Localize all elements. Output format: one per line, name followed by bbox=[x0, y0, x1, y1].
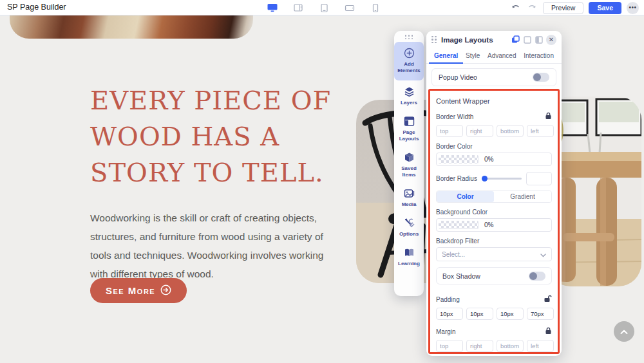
border-width-top-input[interactable] bbox=[436, 125, 463, 137]
dock-right-icon[interactable] bbox=[535, 35, 543, 44]
tablet-icon[interactable] bbox=[318, 2, 330, 14]
plus-circle-icon bbox=[404, 48, 415, 59]
margin-label: Margin bbox=[436, 328, 456, 335]
sidebar-drag-handle-icon[interactable] bbox=[405, 35, 413, 39]
toolbar-actions: Preview Save ••• bbox=[509, 0, 639, 15]
fill-tab-gradient[interactable]: Gradient bbox=[494, 191, 551, 202]
padding-left-input[interactable] bbox=[527, 308, 554, 320]
margin-inputs bbox=[436, 340, 552, 352]
border-width-right-input[interactable] bbox=[466, 125, 493, 137]
sp-page-builder-app: SP Page Builder bbox=[0, 0, 644, 363]
padding-right-input[interactable] bbox=[466, 308, 493, 320]
slider-knob[interactable] bbox=[482, 176, 488, 182]
chevron-down-icon bbox=[540, 248, 546, 260]
panel-title: Image Layouts bbox=[441, 36, 511, 44]
top-toolbar: SP Page Builder bbox=[0, 0, 644, 15]
sidebar-item-add-elements[interactable]: Add Elements bbox=[394, 42, 424, 80]
arrow-right-circle-icon bbox=[160, 284, 171, 297]
cube-icon bbox=[404, 152, 415, 163]
background-color-opacity[interactable]: 0% bbox=[478, 219, 551, 231]
border-width-left-input[interactable] bbox=[527, 125, 554, 137]
sidebar-item-label: Page Layouts bbox=[395, 129, 422, 142]
see-more-button[interactable]: See More bbox=[90, 278, 187, 303]
duplicate-icon[interactable] bbox=[511, 35, 520, 44]
close-icon[interactable]: ✕ bbox=[546, 35, 556, 45]
border-width-label: Border Width bbox=[436, 113, 473, 120]
laptop-icon[interactable] bbox=[292, 2, 304, 14]
border-width-bottom-input[interactable] bbox=[497, 125, 524, 137]
chevron-up-icon bbox=[620, 326, 628, 337]
content-wrapper-highlight: Content Wrapper Border Width Border Colo… bbox=[428, 89, 560, 354]
sidebar-item-layers[interactable]: Layers bbox=[394, 82, 424, 111]
margin-top-input[interactable] bbox=[436, 340, 463, 352]
margin-bottom-input[interactable] bbox=[497, 340, 524, 352]
layers-icon bbox=[404, 86, 415, 97]
backdrop-filter-placeholder: Select... bbox=[442, 251, 465, 258]
tab-advanced[interactable]: Advanced bbox=[488, 48, 516, 63]
border-radius-slider[interactable] bbox=[482, 178, 522, 180]
tab-general[interactable]: General bbox=[434, 48, 458, 63]
undo-icon[interactable] bbox=[509, 3, 521, 13]
tab-style[interactable]: Style bbox=[466, 48, 480, 63]
padding-top-input[interactable] bbox=[436, 308, 463, 320]
popup-video-label: Popup Video bbox=[439, 73, 477, 81]
popup-video-row: Popup Video bbox=[431, 68, 556, 86]
sidebar-item-label: Layers bbox=[401, 100, 417, 106]
dock-left-icon[interactable] bbox=[523, 35, 531, 44]
border-radius-input[interactable] bbox=[526, 172, 552, 185]
background-color-label: Background Color bbox=[436, 209, 488, 216]
popup-video-toggle[interactable] bbox=[533, 73, 549, 82]
scroll-to-top-button[interactable] bbox=[614, 321, 634, 342]
tools-icon bbox=[404, 218, 415, 228]
panel-drag-handle-icon[interactable] bbox=[431, 36, 437, 44]
padding-bottom-input[interactable] bbox=[497, 308, 524, 320]
sidebar-item-media[interactable]: Media bbox=[394, 183, 424, 213]
backdrop-filter-label: Backdrop Filter bbox=[436, 237, 479, 245]
border-color-swatch[interactable] bbox=[439, 155, 478, 163]
border-color-label: Border Color bbox=[436, 143, 473, 150]
box-shadow-row: Box Shadow bbox=[436, 267, 552, 284]
box-shadow-label: Box Shadow bbox=[442, 272, 480, 280]
sidebar-item-page-layouts[interactable]: Page Layouts bbox=[394, 111, 424, 147]
page-layouts-icon bbox=[404, 116, 415, 127]
tab-interaction[interactable]: Interaction bbox=[524, 48, 554, 63]
sidebar-item-label: Media bbox=[402, 201, 417, 208]
headline-line-2: WOOD HAS A bbox=[90, 118, 341, 154]
preview-button[interactable]: Preview bbox=[543, 2, 583, 14]
see-more-label: See More bbox=[106, 285, 155, 296]
book-icon bbox=[404, 247, 415, 258]
fill-tab-color[interactable]: Color bbox=[437, 191, 494, 202]
lock-icon[interactable] bbox=[545, 111, 552, 122]
unlock-icon[interactable] bbox=[544, 293, 552, 305]
panel-header: Image Layouts ✕ bbox=[426, 31, 562, 48]
image-layouts-panel: Image Layouts ✕ General Style Advanced I… bbox=[426, 31, 562, 356]
sidebar-item-learning[interactable]: Learning bbox=[394, 243, 424, 272]
redo-icon[interactable] bbox=[526, 3, 538, 13]
desktop-icon[interactable] bbox=[267, 2, 278, 14]
border-color-control[interactable]: 0% bbox=[436, 153, 552, 166]
margin-right-input[interactable] bbox=[466, 340, 493, 352]
margin-left-input[interactable] bbox=[527, 340, 554, 352]
hero-wood-image bbox=[10, 15, 253, 39]
phone-landscape-icon[interactable] bbox=[344, 2, 355, 14]
fill-type-switch: Color Gradient bbox=[436, 191, 552, 203]
sidebar-item-label: Add Elements bbox=[395, 61, 422, 74]
panel-tabs: General Style Advanced Interaction bbox=[426, 48, 562, 64]
save-button[interactable]: Save bbox=[589, 2, 621, 14]
background-color-control[interactable]: 0% bbox=[436, 218, 552, 232]
sidebar-item-options[interactable]: Options bbox=[394, 213, 424, 243]
border-radius-row: Border Radius bbox=[436, 172, 552, 185]
builder-sidebar: Add Elements Layers Page Layouts Saved I… bbox=[394, 31, 424, 296]
backdrop-filter-select[interactable]: Select... bbox=[436, 247, 552, 261]
headline-line-1: EVERY PIECE OF bbox=[90, 82, 341, 118]
background-color-swatch[interactable] bbox=[439, 221, 478, 229]
border-color-opacity[interactable]: 0% bbox=[478, 153, 551, 165]
more-options-icon[interactable]: ••• bbox=[627, 2, 639, 14]
phone-portrait-icon[interactable] bbox=[370, 2, 381, 14]
lock-icon[interactable] bbox=[545, 326, 552, 337]
image-icon bbox=[404, 188, 415, 199]
sidebar-item-label: Saved Items bbox=[395, 165, 422, 178]
box-shadow-toggle[interactable] bbox=[529, 272, 545, 281]
sidebar-item-saved-items[interactable]: Saved Items bbox=[394, 147, 424, 183]
sidebar-item-label: Options bbox=[399, 231, 419, 237]
